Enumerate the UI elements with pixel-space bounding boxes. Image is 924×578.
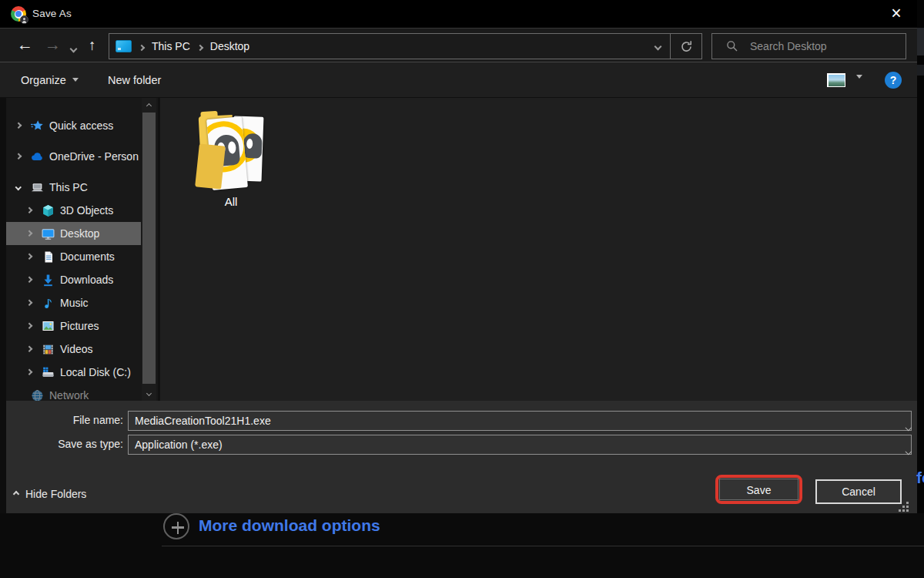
help-button[interactable]: ? [885, 72, 902, 89]
sidebar-item-label: Videos [60, 343, 93, 355]
sidebar-item-label: 3D Objects [60, 204, 113, 217]
chevron-right-icon [198, 39, 203, 53]
scroll-up-icon[interactable] [142, 99, 156, 112]
save-button-highlight: Save [715, 475, 802, 504]
sidebar-item-label: Pictures [60, 320, 99, 332]
sidebar-item-3d-objects[interactable]: 3D Objects [6, 199, 141, 222]
computer-icon [31, 181, 44, 194]
history-dropdown-icon[interactable] [71, 41, 76, 55]
close-icon[interactable]: × [886, 2, 907, 24]
cube-icon [42, 204, 55, 217]
chevron-up-icon [13, 491, 19, 497]
chevron-down-icon[interactable] [14, 185, 23, 190]
chrome-icon [11, 6, 26, 22]
sidebar-item-label: This PC [49, 181, 88, 193]
folder-item-all[interactable]: All [192, 106, 270, 208]
cancel-button[interactable]: Cancel [815, 479, 902, 504]
up-button[interactable]: ↑ [89, 35, 96, 55]
file-name-input[interactable] [128, 411, 912, 431]
chevron-right-icon[interactable] [25, 208, 34, 213]
chevron-down-icon [72, 78, 79, 82]
sidebar-item-label: Quick access [49, 119, 113, 132]
breadcrumb-desktop[interactable]: Desktop [210, 40, 249, 52]
sidebar-item-label: Documents [60, 250, 115, 263]
search-box[interactable] [711, 33, 906, 59]
sidebar-item-documents[interactable]: Documents [6, 245, 141, 268]
toolbar: Organize New folder ? [0, 62, 917, 98]
star-icon [31, 119, 44, 133]
this-pc-icon [116, 40, 132, 52]
sidebar-item-quick-access[interactable]: Quick access [6, 114, 141, 137]
download-icon [42, 274, 55, 287]
save-as-type-select[interactable]: Application (*.exe) [128, 435, 912, 455]
divider [162, 546, 924, 546]
sidebar-item-local-disk-c[interactable]: Local Disk (C:) [6, 361, 141, 384]
address-bar[interactable]: This PC Desktop [109, 33, 702, 59]
chevron-right-icon[interactable] [25, 370, 34, 375]
sidebar-tree: Quick accessOneDrive - PersonThis PC3D O… [0, 98, 158, 401]
refresh-icon[interactable] [671, 34, 701, 59]
resize-grip[interactable] [899, 502, 909, 511]
navigation-bar: ← → ↑ This PC Desktop [0, 28, 917, 62]
sidebar-item-label: Local Disk (C:) [60, 366, 131, 378]
chevron-down-icon[interactable] [906, 418, 911, 432]
breadcrumb-this-pc[interactable]: This PC [152, 40, 190, 52]
chevron-right-icon[interactable] [25, 347, 34, 351]
address-dropdown-icon[interactable] [645, 34, 670, 59]
sidebar-scrollbar[interactable] [142, 98, 156, 401]
chevron-right-icon[interactable] [25, 324, 34, 328]
sidebar-item-label: Desktop [60, 227, 99, 240]
drive-icon [42, 366, 55, 379]
sidebar-item-desktop[interactable]: Desktop [6, 222, 141, 245]
save-button[interactable]: Save [719, 479, 798, 500]
cloud-icon [31, 150, 44, 163]
new-folder-button[interactable]: New folder [108, 62, 161, 97]
plus-circle-icon[interactable] [163, 513, 189, 539]
sidebar-item-label: Downloads [60, 274, 113, 286]
title-bar: Save As × [0, 0, 917, 28]
picture-icon [42, 320, 55, 333]
search-input[interactable] [748, 39, 895, 53]
screen: Save As × ← → ↑ This PC Desktop [0, 0, 924, 578]
sidebar-item-label: OneDrive - Person [49, 150, 139, 163]
sidebar-item-label: Network [49, 389, 89, 401]
note-icon [42, 297, 55, 310]
sidebar-item-downloads[interactable]: Downloads [6, 268, 141, 291]
view-dropdown-icon[interactable] [856, 79, 862, 92]
folder-item-label: All [192, 195, 270, 208]
sidebar-item-videos[interactable]: Videos [6, 338, 141, 361]
folder-icon [198, 106, 264, 193]
save-as-dialog: Save As × ← → ↑ This PC Desktop [0, 0, 917, 513]
chevron-right-icon [139, 39, 144, 53]
sidebar-item-label: Music [60, 297, 89, 309]
forward-button: → [45, 35, 61, 55]
sidebar-item-pictures[interactable]: Pictures [6, 314, 141, 338]
scroll-down-icon[interactable] [142, 387, 156, 399]
chevron-right-icon[interactable] [25, 254, 34, 259]
sidebar-item-this-pc[interactable]: This PC [6, 176, 141, 199]
search-icon [726, 40, 738, 52]
chevron-down-icon[interactable] [906, 442, 911, 456]
scrollbar-thumb[interactable] [142, 113, 156, 384]
sidebar-item-music[interactable]: Music [6, 291, 141, 314]
monitor-icon [42, 227, 55, 240]
chevron-right-icon[interactable] [25, 301, 34, 305]
file-list-pane[interactable]: All [158, 98, 917, 401]
more-download-options-link[interactable]: More download options [199, 516, 380, 535]
film-icon [42, 343, 55, 356]
chevron-right-icon[interactable] [25, 231, 34, 236]
sidebar-item-network[interactable]: Network [6, 384, 141, 401]
page-behind-right-strip [917, 0, 924, 513]
dialog-left-edge [0, 98, 6, 513]
view-mode-icon[interactable] [827, 73, 845, 87]
page-behind-partial-text: fe [916, 469, 924, 487]
sidebar-item-onedrive-person[interactable]: OneDrive - Person [6, 145, 141, 168]
footer-panel: File name: Save as type: Application (*.… [0, 401, 917, 513]
chevron-right-icon[interactable] [14, 154, 23, 159]
back-button[interactable]: ← [17, 35, 33, 55]
content-area: Quick accessOneDrive - PersonThis PC3D O… [0, 98, 917, 401]
hide-folders-button[interactable]: Hide Folders [14, 488, 86, 500]
organize-button[interactable]: Organize [21, 62, 79, 97]
chevron-right-icon[interactable] [14, 123, 23, 128]
chevron-right-icon[interactable] [25, 277, 34, 282]
